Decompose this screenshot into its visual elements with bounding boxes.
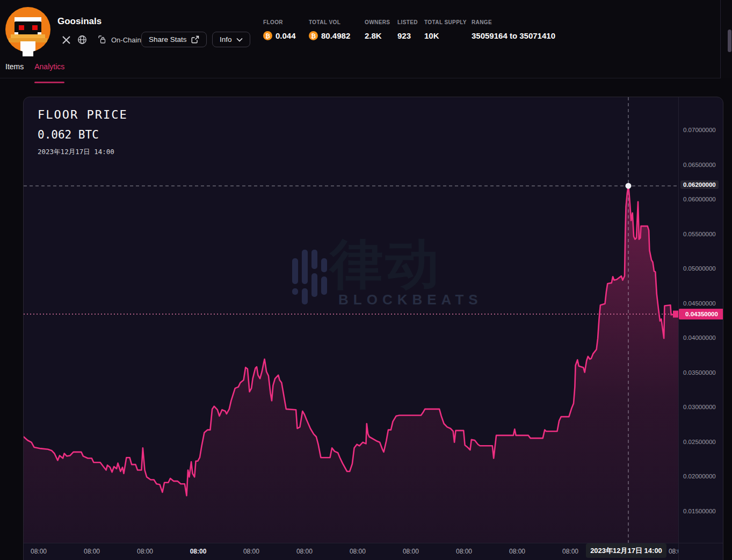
x-axis-tick: 08:00 (243, 548, 259, 555)
stat-range: RANGE35059164 to 35071410 (472, 19, 555, 40)
x-axis-tick: 08:00 (137, 548, 153, 555)
tab-analytics[interactable]: Analytics (34, 58, 64, 78)
x-axis-tick: 08:00 (190, 548, 207, 555)
x-axis-tick: 08:00 (562, 548, 578, 555)
stat-value: 10K (424, 31, 467, 40)
x-axis-border (678, 543, 723, 543)
y-axis-tick: 0.07000000 (683, 127, 716, 133)
stat-label: TOTAL SUPPLY (424, 19, 467, 25)
collection-title: Goosinals (57, 16, 102, 27)
tab-items[interactable]: Items (5, 58, 24, 78)
crosshair-price-label: 0.06200000 (680, 180, 719, 189)
stat-value: 2.8K (365, 31, 390, 40)
chart-date-label: 2023年12月17日 14:00 (38, 148, 114, 157)
stat-label: LISTED (397, 19, 418, 25)
stat-listed: LISTED923 (397, 19, 418, 40)
y-axis-tick: 0.04500000 (683, 300, 716, 307)
scrollbar-thumb[interactable] (728, 30, 731, 52)
collection-header: Goosinals On-Chain Share Stats Info (0, 0, 732, 78)
stat-floor: FLOOR₿0.044 (263, 19, 296, 40)
y-axis-tick: 0.06500000 (683, 162, 716, 168)
y-axis-tick: 0.02500000 (683, 439, 716, 445)
website-globe-icon[interactable] (74, 32, 90, 47)
chart-plot-area[interactable] (24, 97, 678, 543)
btc-icon: ₿ (309, 31, 318, 40)
stat-value: ₿0.044 (263, 31, 296, 40)
y-axis-tick: 0.05000000 (683, 265, 716, 272)
active-tab-underline (34, 82, 64, 83)
stat-label: RANGE (472, 19, 555, 25)
x-axis-tick: 08:00 (350, 548, 366, 555)
info-label: Info (220, 35, 232, 43)
stat-total-supply: TOTAL SUPPLY10K (424, 19, 467, 40)
y-axis-tick: 0.03000000 (683, 404, 716, 410)
share-export-icon (191, 35, 199, 43)
share-stats-label: Share Stats (149, 35, 187, 43)
x-axis: 08:0008:0008:0008:0008:0008:0008:0008:00… (24, 543, 678, 560)
x-axis-tick: 08:00 (509, 548, 525, 555)
y-axis-tick: 0.06000000 (683, 196, 716, 202)
panel-divider (720, 0, 721, 78)
floor-price-line-chart[interactable] (24, 97, 678, 543)
stat-label: FLOOR (263, 19, 296, 25)
y-axis-tick: 0.05500000 (683, 231, 716, 237)
tab-bar: ItemsAnalytics (0, 58, 64, 78)
chart-title: FLOOR PRICE (38, 108, 128, 121)
on-chain-label: On-Chain (111, 36, 141, 44)
chart-current-value: 0.062 BTC (38, 128, 99, 141)
header-divider (0, 78, 720, 78)
stat-owners: OWNERS2.8K (365, 19, 390, 40)
chevron-down-icon (236, 38, 243, 42)
y-axis-tick: 0.02000000 (683, 473, 716, 479)
current-price-label: 0.04350000 (679, 309, 723, 319)
twitter-x-icon[interactable] (58, 32, 74, 47)
x-axis-tick: 08:00 (669, 548, 678, 555)
floor-price-chart-card: 律动 BLOCKBEATS FLOOR PRICE 0.062 BTC 2023… (23, 97, 723, 560)
share-stats-button[interactable]: Share Stats (141, 32, 207, 47)
on-chain-lock-icon (98, 35, 107, 45)
stat-label: OWNERS (365, 19, 390, 25)
x-axis-tick: 08:00 (84, 548, 100, 555)
x-axis-tick: 08:00 (456, 548, 472, 555)
stat-label: TOTAL VOL (309, 19, 350, 25)
collection-avatar[interactable] (5, 7, 50, 56)
btc-icon: ₿ (263, 31, 272, 40)
stat-value: ₿80.4982 (309, 31, 350, 40)
info-button[interactable]: Info (212, 32, 250, 47)
avatar-body (23, 51, 33, 56)
y-axis-tick: 0.01500000 (683, 508, 716, 514)
x-axis-tick: 08:00 (403, 548, 419, 555)
stat-value: 35059164 to 35071410 (472, 31, 555, 40)
stat-total-vol: TOTAL VOL₿80.4982 (309, 19, 350, 40)
stat-value: 923 (397, 31, 418, 40)
x-axis-tick: 08:00 (31, 548, 47, 555)
chart-area-fill (24, 186, 678, 543)
current-price-marker (673, 311, 678, 318)
on-chain-link[interactable]: On-Chain (98, 35, 141, 45)
y-axis-tick: 0.04000000 (683, 334, 716, 341)
avatar-circle (5, 7, 50, 52)
crosshair-dot (625, 183, 631, 189)
y-axis: 0.070000000.065000000.060000000.05500000… (678, 97, 723, 560)
x-axis-tick: 08:00 (296, 548, 313, 555)
y-axis-tick: 0.03500000 (683, 369, 716, 376)
crosshair-date-tooltip: 2023年12月17日 14:00 (586, 543, 666, 558)
